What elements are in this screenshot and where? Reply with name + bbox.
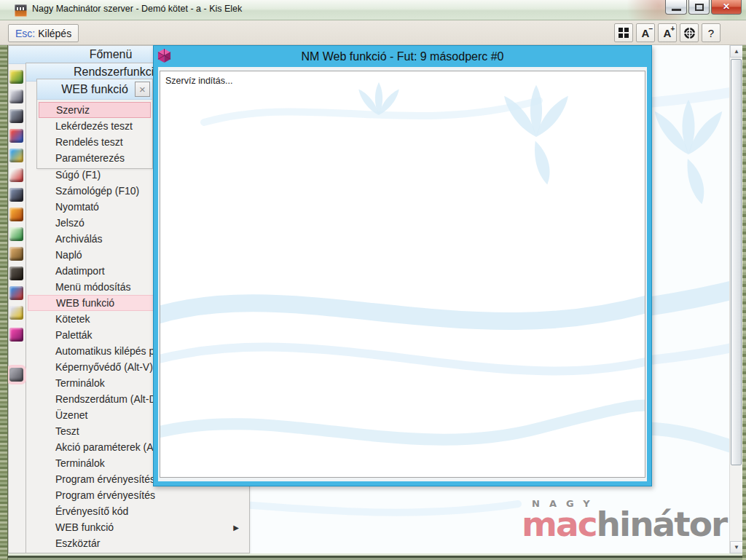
exit-button[interactable]: Esc: Kilépés [8,24,79,42]
fomenu-item-icon[interactable] [9,227,23,241]
help-icon: ? [708,27,714,39]
fomenu-item-icon[interactable] [9,247,23,261]
font-decrease-icon: A− [642,27,650,39]
menu-item-label: Jelszó [55,217,85,229]
exit-label: Kilépés [38,28,71,39]
menu-item-label: Lekérdezés teszt [55,120,133,132]
scroll-down-icon: ▼ [734,544,739,551]
scrollbar-thumb[interactable] [731,59,742,465]
menu-item-label: Paletták [55,329,93,341]
fomenu-item-icon[interactable] [9,368,23,382]
maximize-button[interactable] [688,0,710,15]
nm-web-window: NM Web funkció - Fut: 9 másodperc #0 [153,45,652,486]
nm-window-titlebar[interactable]: NM Web funkció - Fut: 9 másodperc #0 [154,46,651,67]
language-globe-icon [683,27,696,39]
menu-item-label: Képernyővédő (Alt-V) [55,361,153,373]
menu-item-label: Paraméterezés [55,152,125,164]
app-titlebar[interactable]: Nagy Machinátor szerver - Demó kötet - a… [0,0,746,20]
menu-item-label: Súgó (F1) [55,169,101,181]
fomenu-item-icon[interactable] [9,267,23,280]
menu-item-label: Kötetek [55,313,90,325]
panel-close-button[interactable]: × [135,82,150,97]
app-icon [15,4,27,17]
fomenu-item-icon[interactable] [9,168,23,182]
fomenu-item-icon[interactable] [9,109,23,123]
vertical-scrollbar[interactable]: ▲ ▼ [729,45,742,553]
help-button[interactable]: ? [702,23,721,42]
menu-item-label: Terminálok [55,457,105,469]
menu-item-label: Szerviz [56,104,90,116]
scroll-up-button[interactable]: ▲ [730,45,743,58]
close-icon: ✕ [712,1,741,12]
font-decrease-button[interactable]: A− [636,23,655,42]
menu-item-label: Rendelés teszt [55,136,123,148]
scroll-down-button[interactable]: ▼ [730,541,743,553]
menu-item-label: Napló [55,249,82,261]
desktop-edge-bottom [0,553,746,560]
brand-logo-accent: mac [522,504,597,544]
nm-window-title: NM Web funkció - Fut: 9 másodperc #0 [301,50,503,63]
language-globe-button[interactable] [680,23,699,42]
app-toolbar: Esc: Kilépés A− A+ ? [0,20,746,45]
menu-item[interactable]: Szerviz [39,102,151,118]
minimize-button[interactable] [665,0,687,15]
menu-item[interactable]: Érvényesítő kód [28,503,248,519]
scroll-up-icon: ▲ [734,48,739,55]
brand-logo-main-text: machinátor [522,506,726,542]
fomenu-item-icon[interactable] [9,188,23,202]
menu-item-label: Érvényesítő kód [55,505,128,517]
desktop-edge-left [0,45,8,560]
menu-item[interactable]: Lekérdezés teszt [39,118,151,134]
menu-item[interactable]: Program érvényesítés [28,487,248,503]
fomenu-item-icon[interactable] [9,286,23,300]
fomenu-item-icon[interactable] [9,129,23,143]
menu-item-label: Archiválás [55,233,103,245]
app-title: Nagy Machinátor szerver - Demó kötet - a… [32,4,242,14]
menu-item-label: Üzenet [55,409,87,421]
menu-item-label: Program érvényesítés [55,489,155,501]
web-funkcio-panel-title: WEB funkció [61,83,128,96]
fomenu-item-icon[interactable] [9,328,23,342]
menu-item[interactable]: WEB funkció ▶ [28,519,248,535]
fomenu-item-icon[interactable] [9,306,23,320]
font-increase-button[interactable]: A+ [658,23,677,42]
close-button[interactable]: ✕ [711,0,742,15]
menu-item[interactable]: Paraméterezés [39,150,151,166]
font-increase-icon: A+ [664,27,672,39]
fomenu-item-icon[interactable] [9,70,23,84]
menu-item-label: WEB funkció [56,297,114,309]
fomenu-item-icon[interactable] [9,149,23,162]
desktop-edge-right [742,45,746,560]
submenu-arrow-icon: ▶ [233,524,239,532]
menu-item-label: WEB funkció [55,521,114,533]
menu-item-label: Terminálok [55,377,105,389]
nm-cube-icon [157,48,172,63]
menu-item[interactable]: Rendelés teszt [39,134,151,150]
menu-item-label: Adatimport [55,265,105,277]
layout-grid-button[interactable] [614,23,633,42]
menu-item[interactable]: Eszköztár [28,535,248,551]
menu-item-label: Számológép (F10) [55,185,139,197]
exit-key-label: Esc: [15,28,35,39]
menu-item-label: Rendszerdátum (Alt-D) [55,393,160,405]
brand-logo: NAGY machinátor [522,498,726,542]
menu-item-label: Program érvényesítés [55,473,155,485]
maximize-icon [695,4,704,11]
menu-item-label: Menü módosítás [55,281,131,293]
layout-grid-icon [619,28,629,38]
brand-logo-rest: hinátor [597,504,727,544]
nm-floral-art [160,71,645,478]
nm-status-text: Szervíz indítás... [165,76,232,86]
menu-item-label: Nyomtató [55,201,99,213]
menu-item-label: Eszköztár [55,537,100,549]
panel-close-icon: × [139,83,146,95]
fomenu-item-icon[interactable] [9,90,23,103]
fomenu-item-icon[interactable] [9,208,23,221]
web-funkcio-panel: WEB funkció × Szerviz Lekérdezés teszt R… [36,79,153,169]
minimize-icon [672,9,681,11]
menu-item-label: Teszt [55,425,79,437]
nm-output-area: Szervíz indítás... [160,71,645,478]
nm-window-body: Szervíz indítás... [158,67,647,481]
